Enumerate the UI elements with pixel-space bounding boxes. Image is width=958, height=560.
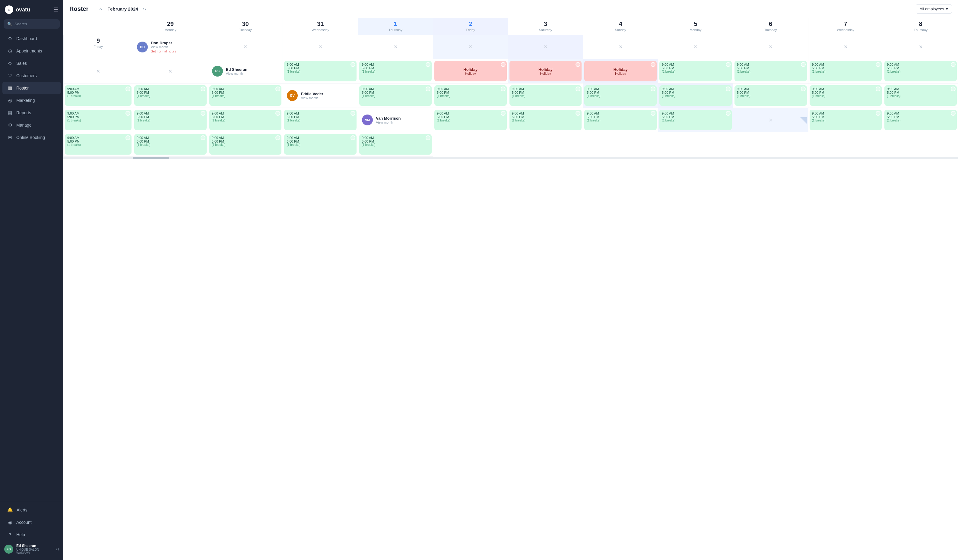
sidebar-item-marketing[interactable]: ◎ Marketing bbox=[2, 94, 61, 106]
sidebar-item-roster[interactable]: ▦ Roster bbox=[2, 82, 61, 94]
schedule-cell-don-2[interactable]: ✕ bbox=[358, 35, 433, 59]
shift-card[interactable]: 9:00 AM 5:00 PM (1 breaks) bbox=[659, 61, 732, 81]
schedule-cell-eddie-4[interactable]: 9:00 AM 5:00 PM (1 breaks) bbox=[658, 84, 733, 108]
holiday-card[interactable]: Holiday Holiday bbox=[509, 61, 582, 81]
schedule-cell-eddie-0[interactable]: 9:00 AM 5:00 PM (1 breaks) bbox=[358, 84, 433, 108]
schedule-cell-eddie-11[interactable]: 9:00 AM 5:00 PM (1 breaks) bbox=[282, 108, 358, 132]
employee-filter[interactable]: All employees ▾ bbox=[916, 4, 952, 14]
shift-card[interactable]: 9:00 AM 5:00 PM (1 breaks) bbox=[359, 85, 431, 106]
sidebar-item-account[interactable]: ◉ Account bbox=[2, 516, 61, 528]
schedule-cell-ed-0[interactable]: 9:00 AM 5:00 PM (1 breaks) bbox=[282, 59, 358, 84]
shift-card[interactable]: 9:00 AM 5:00 PM (1 breaks) bbox=[884, 61, 957, 81]
shift-card[interactable]: 9:00 AM 5:00 PM (1 breaks) bbox=[659, 110, 732, 130]
shift-card[interactable]: 9:00 AM 5:00 PM (1 breaks) bbox=[284, 110, 357, 130]
schedule-cell-eddie-10[interactable]: 9:00 AM 5:00 PM (1 breaks) bbox=[208, 108, 283, 132]
shift-card[interactable]: 9:00 AM 5:00 PM (1 breaks) bbox=[734, 85, 807, 106]
shift-card[interactable]: 9:00 AM 5:00 PM (1 breaks) bbox=[659, 85, 732, 106]
shift-card[interactable]: 9:00 AM 5:00 PM (1 breaks) bbox=[65, 134, 132, 155]
shift-card[interactable]: 9:00 AM 5:00 PM (1 breaks) bbox=[884, 110, 957, 130]
hamburger-icon[interactable]: ☰ bbox=[54, 6, 59, 13]
sidebar-item-reports[interactable]: ▤ Reports bbox=[2, 107, 61, 119]
shift-card[interactable]: 9:00 AM 5:00 PM (1 breaks) bbox=[884, 85, 957, 106]
shift-card[interactable]: 9:00 AM 5:00 PM (1 breaks) bbox=[509, 110, 582, 130]
schedule-cell-eddie-9[interactable]: 9:00 AM 5:00 PM (1 breaks) bbox=[133, 108, 208, 132]
schedule-cell-ed-3[interactable]: Holiday Holiday bbox=[508, 59, 583, 84]
schedule-cell-van-3[interactable]: 9:00 AM 5:00 PM (1 breaks) bbox=[658, 108, 733, 132]
schedule-cell-van-2[interactable]: 9:00 AM 5:00 PM (1 breaks) bbox=[583, 108, 658, 132]
shift-card[interactable]: 9:00 AM 5:00 PM (1 breaks) bbox=[810, 110, 882, 130]
scrollbar-track[interactable] bbox=[63, 157, 958, 159]
schedule-cell-eddie-2[interactable]: 9:00 AM 5:00 PM (1 breaks) bbox=[508, 84, 583, 108]
shift-card[interactable]: 9:00 AM 5:00 PM (1 breaks) bbox=[359, 134, 431, 155]
schedule-cell-eddie-6[interactable]: 9:00 AM 5:00 PM (1 breaks) bbox=[808, 84, 883, 108]
schedule-cell-don-5[interactable]: ✕ bbox=[583, 35, 658, 59]
schedule-cell-eddie-1[interactable]: 9:00 AM 5:00 PM (1 breaks) bbox=[433, 84, 508, 108]
shift-card[interactable]: 9:00 AM 5:00 PM (1 breaks) bbox=[584, 110, 657, 130]
schedule-cell-ed-5[interactable]: 9:00 AM 5:00 PM (1 breaks) bbox=[658, 59, 733, 84]
shift-card[interactable]: 9:00 AM 5:00 PM (1 breaks) bbox=[65, 85, 132, 106]
sidebar-item-manage[interactable]: ⚙ Manage bbox=[2, 119, 61, 131]
search-box[interactable]: 🔍 Search bbox=[4, 19, 60, 28]
shift-card[interactable]: 9:00 AM 5:00 PM (1 breaks) bbox=[584, 85, 657, 106]
shift-card[interactable]: 9:00 AM 5:00 PM (1 breaks) bbox=[134, 134, 207, 155]
schedule-cell-ed-10[interactable]: 9:00 AM 5:00 PM (1 breaks) bbox=[133, 84, 208, 108]
schedule-cell-don-11[interactable]: ✕ bbox=[133, 59, 208, 84]
shift-card[interactable]: 9:00 AM 5:00 PM (1 breaks) bbox=[134, 85, 207, 106]
schedule-cell-van-4[interactable]: ✕ bbox=[733, 108, 808, 132]
schedule-cell-don-6[interactable]: ✕ bbox=[658, 35, 733, 59]
schedule-cell-don-4[interactable]: ✕ bbox=[508, 35, 583, 59]
schedule-cell-van-7[interactable]: 9:00 AM 5:00 PM (1 breaks) bbox=[63, 132, 133, 157]
schedule-cell-don-0[interactable]: ✕ bbox=[208, 35, 283, 59]
scrollbar-thumb[interactable] bbox=[133, 157, 169, 159]
sidebar-item-appointments[interactable]: ◷ Appointments bbox=[2, 45, 61, 57]
schedule-cell-eddie-8[interactable]: 9:00 AM 5:00 PM (1 breaks) bbox=[63, 108, 133, 132]
schedule-cell-van-6[interactable]: 9:00 AM 5:00 PM (1 breaks) bbox=[883, 108, 958, 132]
sidebar-item-online-booking[interactable]: ⊞ Online Booking bbox=[2, 131, 61, 144]
shift-card[interactable]: 9:00 AM 5:00 PM (1 breaks) bbox=[359, 61, 431, 81]
schedule-cell-don-7[interactable]: ✕ bbox=[733, 35, 808, 59]
shift-card[interactable]: 9:00 AM 5:00 PM (1 breaks) bbox=[509, 85, 582, 106]
shift-card[interactable]: 9:00 AM 5:00 PM (1 breaks) bbox=[284, 61, 357, 81]
view-month-link[interactable]: View month bbox=[376, 120, 401, 124]
schedule-cell-van-1[interactable]: 9:00 AM 5:00 PM (1 breaks) bbox=[508, 108, 583, 132]
user-bar[interactable]: ES Ed Sheeran UNIQUE SALON WARSAW ⟨⟩ bbox=[0, 541, 63, 558]
sidebar-item-sales[interactable]: ◇ Sales bbox=[2, 57, 61, 69]
schedule-cell-ed-11[interactable]: 9:00 AM 5:00 PM (1 breaks) bbox=[208, 84, 283, 108]
schedule-cell-don-3[interactable]: ✕ bbox=[433, 35, 508, 59]
schedule-cell-ed-9[interactable]: 9:00 AM 5:00 PM (1 breaks) bbox=[63, 84, 133, 108]
schedule-cell-don-8[interactable]: ✕ bbox=[808, 35, 883, 59]
schedule-cell-ed-6[interactable]: 9:00 AM 5:00 PM (1 breaks) bbox=[733, 59, 808, 84]
shift-card[interactable]: 9:00 AM 5:00 PM (1 breaks) bbox=[734, 61, 807, 81]
view-month-link[interactable]: View month bbox=[151, 45, 176, 49]
schedule-cell-ed-8[interactable]: 9:00 AM 5:00 PM (1 breaks) bbox=[883, 59, 958, 84]
schedule-cell-ed-7[interactable]: 9:00 AM 5:00 PM (1 breaks) bbox=[808, 59, 883, 84]
schedule-cell-van-0[interactable]: 9:00 AM 5:00 PM (1 breaks) bbox=[433, 108, 508, 132]
schedule-cell-eddie-3[interactable]: 9:00 AM 5:00 PM (1 breaks) bbox=[583, 84, 658, 108]
schedule-cell-ed-4[interactable]: Holiday Holiday bbox=[583, 59, 658, 84]
schedule-cell-eddie-5[interactable]: 9:00 AM 5:00 PM (1 breaks) bbox=[733, 84, 808, 108]
prev-button[interactable]: ‹‹ bbox=[97, 5, 105, 13]
schedule-cell-don-10[interactable]: ✕ bbox=[63, 59, 133, 84]
sidebar-item-customers[interactable]: ♡ Customers bbox=[2, 70, 61, 82]
schedule-cell-van-5[interactable]: 9:00 AM 5:00 PM (1 breaks) bbox=[808, 108, 883, 132]
schedule-cell-van-10[interactable]: 9:00 AM 5:00 PM (1 breaks) bbox=[282, 132, 358, 157]
holiday-card[interactable]: Holiday Holiday bbox=[584, 61, 657, 81]
schedule-cell-van-8[interactable]: 9:00 AM 5:00 PM (1 breaks) bbox=[133, 132, 208, 157]
holiday-card[interactable]: Holiday Holiday bbox=[435, 61, 507, 81]
shift-card[interactable]: 9:00 AM 5:00 PM (1 breaks) bbox=[209, 85, 282, 106]
schedule-cell-eddie-7[interactable]: 9:00 AM 5:00 PM (1 breaks) bbox=[883, 84, 958, 108]
logo[interactable]: ○ ovatu bbox=[5, 5, 30, 14]
schedule-cell-don-9[interactable]: ✕ bbox=[883, 35, 958, 59]
shift-card[interactable]: 9:00 AM 5:00 PM (1 breaks) bbox=[435, 110, 507, 130]
shift-card[interactable]: 9:00 AM 5:00 PM (1 breaks) bbox=[65, 110, 132, 130]
shift-card[interactable]: 9:00 AM 5:00 PM (1 breaks) bbox=[810, 85, 882, 106]
shift-card[interactable]: 9:00 AM 5:00 PM (1 breaks) bbox=[209, 134, 282, 155]
sidebar-item-help[interactable]: ? Help bbox=[2, 528, 61, 540]
view-month-link[interactable]: View month bbox=[301, 96, 323, 100]
schedule-cell-don-1[interactable]: ✕ bbox=[282, 35, 358, 59]
schedule-cell-van-11[interactable]: 9:00 AM 5:00 PM (1 breaks) bbox=[358, 132, 433, 157]
set-hours-link[interactable]: Set normal hours bbox=[151, 49, 176, 53]
shift-card[interactable]: 9:00 AM 5:00 PM (1 breaks) bbox=[284, 134, 357, 155]
schedule-cell-ed-1[interactable]: 9:00 AM 5:00 PM (1 breaks) bbox=[358, 59, 433, 84]
shift-card[interactable]: 9:00 AM 5:00 PM (1 breaks) bbox=[810, 61, 882, 81]
